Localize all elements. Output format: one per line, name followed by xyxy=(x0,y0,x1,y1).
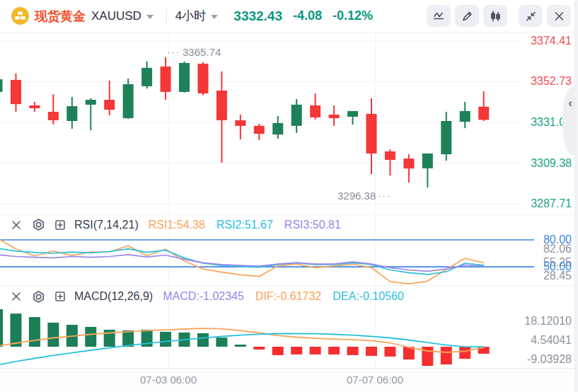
candle-body xyxy=(235,120,245,126)
price-axis-label: 3374.41 xyxy=(531,35,572,47)
candle-body xyxy=(48,112,59,120)
draw-pencil-icon[interactable] xyxy=(455,5,479,27)
header-divider xyxy=(166,9,167,23)
candle-body xyxy=(272,123,283,134)
candle-body xyxy=(216,91,227,120)
macd-histogram-bar xyxy=(0,309,3,347)
candle-body xyxy=(254,126,265,134)
rsi-chart-canvas[interactable] xyxy=(0,234,538,285)
rsi-title: RSI(7,14,21) xyxy=(74,219,139,231)
candle-body xyxy=(347,111,358,117)
price-axis-label: 3287.71 xyxy=(531,197,572,210)
macd-histogram-bar xyxy=(384,347,395,357)
symbol-code[interactable]: XAUUSD xyxy=(91,9,141,23)
timeframe-dropdown-chevron-icon[interactable] xyxy=(211,15,218,19)
macd-histogram-bar xyxy=(197,333,209,347)
candle-body xyxy=(67,106,77,121)
scrollbar[interactable] xyxy=(574,0,578,392)
panel-divider xyxy=(0,214,578,215)
close-icon[interactable] xyxy=(547,5,571,27)
time-axis[interactable]: 07-03 06:00 07-07 06:00 xyxy=(0,368,578,392)
macd-scale-label: 18.12010 xyxy=(524,315,572,328)
macd-close-icon[interactable] xyxy=(8,289,24,304)
chevron-left-icon: ‹ xyxy=(568,96,572,155)
candle-body xyxy=(29,105,40,108)
price-change: -4.08 xyxy=(293,8,322,23)
candle-body xyxy=(11,80,21,104)
macd-histogram-bar xyxy=(366,347,377,356)
macd-title: MACD(12,26,9) xyxy=(74,290,153,303)
candle-body xyxy=(86,100,96,105)
candle-body xyxy=(310,105,320,117)
rsi-add-icon[interactable] xyxy=(52,217,68,233)
indicator-line-icon[interactable] xyxy=(427,5,451,27)
macd-histogram-bar xyxy=(216,338,227,347)
candle-body xyxy=(197,64,208,93)
candle-body xyxy=(329,115,340,118)
candle-body xyxy=(0,79,3,92)
candle-body xyxy=(385,151,395,160)
annotation-dots: ··· xyxy=(378,190,391,201)
candle-body xyxy=(478,107,489,120)
annotation-dots: ··· xyxy=(167,47,180,57)
gold-logo-icon xyxy=(11,7,29,25)
panel-divider xyxy=(0,285,578,286)
rsi-panel-header: RSI(7,14,21) RSI1:54.38 RSI2:51.67 RSI3:… xyxy=(0,216,521,234)
candle-body xyxy=(141,68,152,86)
macd-scale-label: 4.54041 xyxy=(531,334,572,347)
macd-add-icon[interactable] xyxy=(52,289,68,304)
candle-body xyxy=(179,63,190,92)
macd-histogram-bar xyxy=(291,347,302,354)
rsi3-value: RSI3:50.81 xyxy=(284,219,341,231)
candle-body xyxy=(123,84,134,118)
candlestick-icon[interactable] xyxy=(483,5,507,27)
rsi-close-icon[interactable] xyxy=(8,217,24,233)
macd-histogram-bar xyxy=(441,347,452,364)
candle-body xyxy=(403,158,414,168)
price-change-percent: -0.12% xyxy=(333,8,373,23)
candle-body xyxy=(441,121,451,154)
symbol-dropdown-chevron-icon[interactable] xyxy=(146,15,154,19)
macd-chart-canvas[interactable] xyxy=(0,308,521,368)
candlestick-chart-canvas[interactable] xyxy=(0,33,521,214)
macd-histogram-bar xyxy=(310,347,321,354)
high-price-annotation: ··· 3365.74 xyxy=(167,46,221,58)
macd-histogram-bar xyxy=(459,347,470,359)
candle-body xyxy=(422,154,433,168)
macd-value: MACD:-1.02345 xyxy=(163,290,244,303)
candle-body xyxy=(291,105,302,126)
macd-scale-label: -9.03928 xyxy=(527,353,572,366)
macd-histogram-bar xyxy=(253,347,265,350)
candle-body xyxy=(460,111,470,122)
macd-settings-icon[interactable] xyxy=(30,289,46,304)
low-price-annotation: 3296.38 ··· xyxy=(337,190,391,202)
macd-histogram-bar xyxy=(347,347,359,355)
candle-body xyxy=(366,114,377,154)
dea-value: DEA:-0.10560 xyxy=(333,290,404,303)
macd-histogram-bar xyxy=(328,347,340,354)
rsi1-value: RSI1:54.38 xyxy=(149,219,205,231)
rsi-line-rsi1 xyxy=(0,238,484,284)
macd-histogram-bar xyxy=(85,327,96,347)
macd-histogram-bar xyxy=(235,345,246,347)
low-price-label: 3296.38 xyxy=(337,190,376,202)
macd-histogram-bar xyxy=(47,323,59,347)
timeframe-selector[interactable]: 4小时 xyxy=(175,8,206,24)
header-toolbar xyxy=(427,5,571,27)
rsi-settings-icon[interactable] xyxy=(30,217,46,233)
symbol-chinese-name: 现货黄金 xyxy=(35,8,86,25)
price-axis-label: 3352.73 xyxy=(531,75,572,88)
rsi-level-label: 80.00 xyxy=(543,234,572,246)
macd-histogram-bar xyxy=(122,330,134,347)
rsi-level-label: 50.00 xyxy=(543,260,572,273)
last-price: 3332.43 xyxy=(233,8,282,24)
high-price-label: 3365.74 xyxy=(183,46,221,58)
rsi2-value: RSI2:51.67 xyxy=(216,219,273,231)
macd-histogram-bar xyxy=(272,347,284,355)
candle-body xyxy=(104,100,115,110)
time-axis-label: 07-07 06:00 xyxy=(347,374,403,386)
time-axis-label: 07-03 06:00 xyxy=(140,374,197,386)
candle-body xyxy=(161,67,171,92)
collapse-panels-icon[interactable] xyxy=(519,5,543,27)
dif-value: DIF:-0.61732 xyxy=(255,290,321,303)
